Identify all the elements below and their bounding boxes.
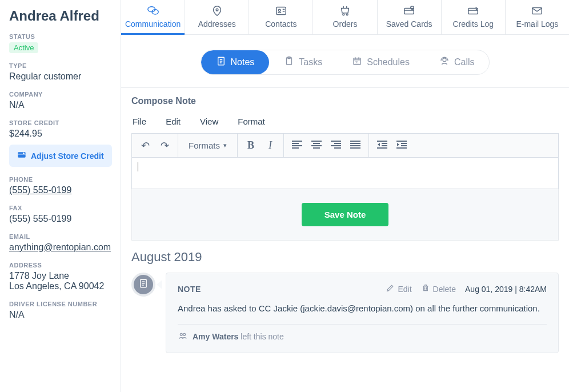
tab-orders-label: Orders xyxy=(333,19,358,29)
notes-list-section: August 2019 NOTE Edit xyxy=(121,241,569,353)
align-justify-button[interactable] xyxy=(346,136,365,155)
indent-button[interactable] xyxy=(392,136,411,155)
subtab-notes-label: Notes xyxy=(231,57,255,67)
phone-value[interactable]: (555) 555-0199 xyxy=(9,185,71,195)
svg-rect-0 xyxy=(18,152,25,157)
redo-button[interactable]: ↷ xyxy=(155,136,174,155)
subtab-calls-label: Calls xyxy=(454,57,475,67)
note-author: Amy Waters left this note xyxy=(193,332,284,341)
credits-log-icon xyxy=(466,5,480,17)
cart-icon xyxy=(338,5,352,17)
editor-menubar: File Edit View Format xyxy=(131,113,559,133)
align-right-icon xyxy=(331,139,341,151)
pencil-icon xyxy=(386,283,395,294)
trash-icon xyxy=(421,283,430,294)
tab-saved-cards-label: Saved Cards xyxy=(386,19,432,29)
note-card-header: NOTE Edit Delete xyxy=(178,283,547,294)
outdent-button[interactable] xyxy=(372,136,392,155)
tab-communication-label: Communication xyxy=(125,19,181,29)
status-badge: Active xyxy=(9,42,38,53)
note-type-label: NOTE xyxy=(178,285,201,294)
tab-contacts[interactable]: Contacts xyxy=(249,0,313,34)
calendar-icon: 31 xyxy=(352,56,362,69)
tab-communication[interactable]: Communication xyxy=(121,0,185,34)
type-label: TYPE xyxy=(9,62,121,69)
credit-card-icon xyxy=(17,150,26,161)
subtab-schedules-label: Schedules xyxy=(367,57,410,67)
sub-tabs-container: Notes Tasks 31 Schedules Calls xyxy=(121,35,569,88)
svg-point-14 xyxy=(346,14,348,15)
formats-label: Formats xyxy=(189,141,220,150)
note-author-suffix: left this note xyxy=(238,332,283,341)
tab-addresses-label: Addresses xyxy=(198,19,236,29)
people-icon xyxy=(178,331,188,342)
notes-month-heading: August 2019 xyxy=(131,250,559,265)
note-delete-button[interactable]: Delete xyxy=(421,283,456,294)
chevron-down-icon: ▾ xyxy=(223,142,227,149)
formats-dropdown[interactable]: Formats ▾ xyxy=(182,134,234,157)
save-note-button[interactable]: Save Note xyxy=(302,203,389,226)
id-card-icon xyxy=(274,5,288,17)
svg-point-64 xyxy=(183,333,186,335)
italic-button[interactable]: I xyxy=(261,136,280,155)
note-card: NOTE Edit Delete xyxy=(166,273,559,353)
align-left-button[interactable] xyxy=(287,136,307,155)
tab-orders[interactable]: Orders xyxy=(313,0,377,34)
tab-addresses[interactable]: Addresses xyxy=(185,0,249,34)
pin-icon xyxy=(211,5,223,17)
adjust-store-credit-button[interactable]: Adjust Store Credit xyxy=(9,145,112,167)
undo-button[interactable]: ↶ xyxy=(135,136,155,155)
undo-icon: ↶ xyxy=(141,139,150,152)
outdent-icon xyxy=(377,139,387,151)
dl-value: N/A xyxy=(9,310,121,320)
status-label: STATUS xyxy=(9,33,121,40)
redo-icon: ↷ xyxy=(161,139,169,152)
fax-label: FAX xyxy=(9,205,121,211)
tab-contacts-label: Contacts xyxy=(265,19,296,29)
menu-edit[interactable]: Edit xyxy=(166,117,181,126)
editor-toolbar: ↶ ↷ Formats ▾ B I xyxy=(131,133,559,157)
subtab-tasks[interactable]: Tasks xyxy=(269,50,337,74)
note-delete-label: Delete xyxy=(433,285,456,294)
note-editor[interactable] xyxy=(131,157,559,189)
phone-label: PHONE xyxy=(9,176,121,183)
email-value[interactable]: anything@rentopian.com xyxy=(9,242,111,252)
note-edit-button[interactable]: Edit xyxy=(386,283,411,294)
store-credit-value: $244.95 xyxy=(9,129,121,139)
note-timestamp: Aug 01, 2019 | 8:42AM xyxy=(465,285,547,294)
adjust-credit-label: Adjust Store Credit xyxy=(31,151,104,161)
menu-file[interactable]: File xyxy=(133,117,146,126)
menu-format[interactable]: Format xyxy=(238,117,265,126)
compose-title: Compose Note xyxy=(131,96,559,106)
align-center-button[interactable] xyxy=(307,136,326,155)
tab-email-logs[interactable]: E-mail Logs xyxy=(506,0,569,34)
notes-icon xyxy=(216,56,226,69)
tab-email-logs-label: E-mail Logs xyxy=(516,19,558,29)
save-row: Save Note xyxy=(131,189,559,241)
bold-button[interactable]: B xyxy=(241,136,261,155)
note-footer: Amy Waters left this note xyxy=(178,324,547,342)
svg-point-17 xyxy=(411,6,414,10)
svg-point-8 xyxy=(278,9,281,11)
note-body: Andrea has asked to CC Jackie (jackie.da… xyxy=(178,302,547,315)
type-value: Regular customer xyxy=(9,71,121,82)
tab-credits-log[interactable]: Credits Log xyxy=(442,0,506,34)
card-icon xyxy=(402,5,416,17)
note-type-badge xyxy=(131,273,155,297)
note-author-name: Amy Waters xyxy=(193,332,238,341)
customer-sidebar: Andrea Alfred STATUS Active TYPE Regular… xyxy=(0,0,121,392)
tab-saved-cards[interactable]: Saved Cards xyxy=(378,0,442,34)
indent-icon xyxy=(396,139,407,151)
subtab-schedules[interactable]: 31 Schedules xyxy=(337,50,424,74)
subtab-calls[interactable]: Calls xyxy=(424,50,490,74)
menu-view[interactable]: View xyxy=(200,117,218,126)
company-value: N/A xyxy=(9,100,121,110)
address-line1: 1778 Joy Lane xyxy=(9,271,121,281)
align-left-icon xyxy=(292,139,302,151)
svg-point-63 xyxy=(180,333,182,335)
store-credit-label: STORE CREDIT xyxy=(9,119,121,126)
align-right-button[interactable] xyxy=(326,136,346,155)
customer-name: Andrea Alfred xyxy=(9,8,121,24)
sub-tabs: Notes Tasks 31 Schedules Calls xyxy=(201,50,490,75)
subtab-notes[interactable]: Notes xyxy=(201,50,270,74)
